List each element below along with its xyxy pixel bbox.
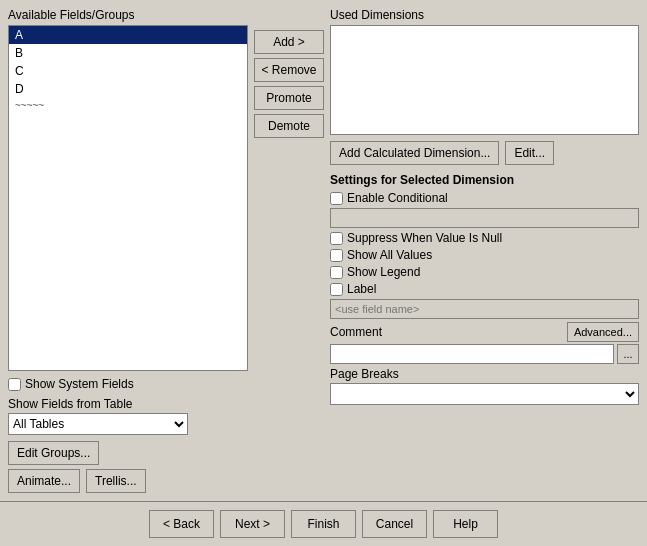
list-item-b[interactable]: B xyxy=(9,44,247,62)
middle-panel: Add > < Remove Promote Demote xyxy=(254,8,324,493)
show-legend-row: Show Legend xyxy=(330,265,639,279)
used-dimensions-label: Used Dimensions xyxy=(330,8,639,22)
promote-button[interactable]: Promote xyxy=(254,86,324,110)
enable-conditional-label: Enable Conditional xyxy=(347,191,448,205)
edit-button[interactable]: Edit... xyxy=(505,141,554,165)
back-button[interactable]: < Back xyxy=(149,510,214,538)
show-legend-label: Show Legend xyxy=(347,265,420,279)
show-system-fields-label: Show System Fields xyxy=(25,377,134,391)
label-checkbox[interactable] xyxy=(330,283,343,296)
demote-button[interactable]: Demote xyxy=(254,114,324,138)
settings-title: Settings for Selected Dimension xyxy=(330,173,639,187)
list-item-a[interactable]: A xyxy=(9,26,247,44)
add-calculated-button[interactable]: Add Calculated Dimension... xyxy=(330,141,499,165)
used-dimensions-list[interactable] xyxy=(330,25,639,135)
list-item-c[interactable]: C xyxy=(9,62,247,80)
suppress-checkbox[interactable] xyxy=(330,232,343,245)
left-bottom: Show System Fields Show Fields from Tabl… xyxy=(8,377,248,493)
show-all-values-row: Show All Values xyxy=(330,248,639,262)
settings-group: Settings for Selected Dimension Enable C… xyxy=(330,173,639,405)
dialog: Available Fields/Groups A B C D ~~~~~ Sh… xyxy=(0,0,647,546)
enable-conditional-checkbox[interactable] xyxy=(330,192,343,205)
page-breaks-label: Page Breaks xyxy=(330,367,639,381)
advanced-button[interactable]: Advanced... xyxy=(567,322,639,342)
trellis-button[interactable]: Trellis... xyxy=(86,469,146,493)
page-breaks-select[interactable] xyxy=(330,383,639,405)
finish-button[interactable]: Finish xyxy=(291,510,356,538)
bottom-btn-row: Edit Groups... xyxy=(8,441,248,465)
show-legend-checkbox[interactable] xyxy=(330,266,343,279)
label-row: Label xyxy=(330,282,639,296)
table-select[interactable]: All Tables xyxy=(8,413,188,435)
cancel-button[interactable]: Cancel xyxy=(362,510,427,538)
main-content: Available Fields/Groups A B C D ~~~~~ Sh… xyxy=(0,0,647,501)
help-button[interactable]: Help xyxy=(433,510,498,538)
list-item-d[interactable]: D xyxy=(9,80,247,98)
show-system-fields-checkbox[interactable] xyxy=(8,378,21,391)
available-fields-label: Available Fields/Groups xyxy=(8,8,248,22)
show-all-values-checkbox[interactable] xyxy=(330,249,343,262)
enable-conditional-row: Enable Conditional xyxy=(330,191,639,205)
edit-groups-button[interactable]: Edit Groups... xyxy=(8,441,99,465)
show-system-fields-row: Show System Fields xyxy=(8,377,248,391)
suppress-row: Suppress When Value Is Null xyxy=(330,231,639,245)
animate-trellis-row: Animate... Trellis... xyxy=(8,469,248,493)
right-buttons: Add Calculated Dimension... Edit... xyxy=(330,141,639,165)
comment-ellipsis-button[interactable]: ... xyxy=(617,344,639,364)
list-item-e[interactable]: ~~~~~ xyxy=(9,98,247,113)
table-dropdown-row: All Tables xyxy=(8,413,248,435)
animate-button[interactable]: Animate... xyxy=(8,469,80,493)
footer: < Back Next > Finish Cancel Help xyxy=(0,501,647,546)
suppress-label: Suppress When Value Is Null xyxy=(347,231,502,245)
label-label: Label xyxy=(347,282,376,296)
show-all-values-label: Show All Values xyxy=(347,248,432,262)
available-fields-list[interactable]: A B C D ~~~~~ xyxy=(8,25,248,371)
conditional-input[interactable] xyxy=(330,208,639,228)
remove-button[interactable]: < Remove xyxy=(254,58,324,82)
label-input[interactable] xyxy=(330,299,639,319)
right-panel: Used Dimensions Add Calculated Dimension… xyxy=(330,8,639,493)
comment-area: ... xyxy=(330,344,639,364)
left-panel: Available Fields/Groups A B C D ~~~~~ Sh… xyxy=(8,8,248,493)
comment-label: Comment xyxy=(330,325,382,339)
next-button[interactable]: Next > xyxy=(220,510,285,538)
comment-input[interactable] xyxy=(330,344,614,364)
show-fields-from-table-label: Show Fields from Table xyxy=(8,397,248,411)
add-button[interactable]: Add > xyxy=(254,30,324,54)
